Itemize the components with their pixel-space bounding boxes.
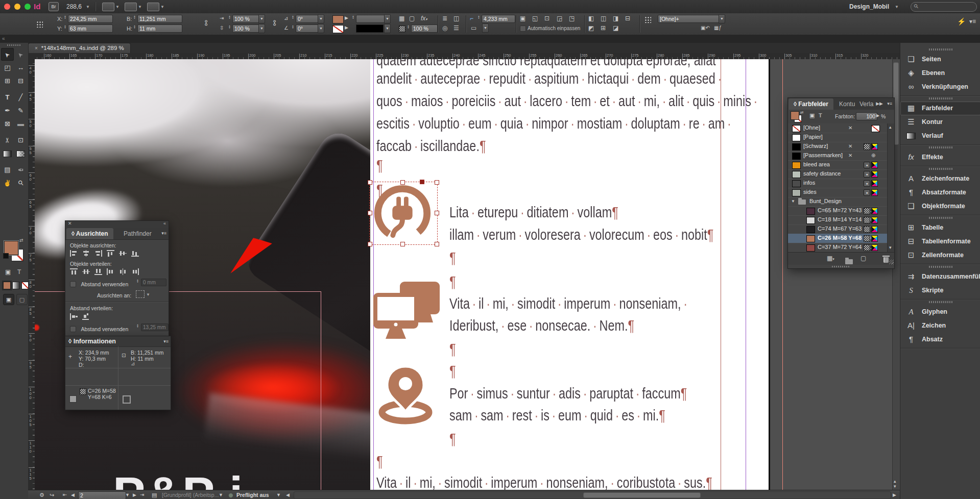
text-line[interactable]: ¶: [449, 430, 456, 448]
page-dropdown-icon[interactable]: ▼: [125, 490, 130, 499]
fit-content-icon[interactable]: ▣: [520, 14, 525, 22]
gradient-swatch-tool[interactable]: [1, 147, 14, 160]
corner-shape-dropdown-icon[interactable]: ▼: [482, 23, 489, 33]
fill-dropdown-icon[interactable]: ▶: [345, 13, 348, 22]
vertical-ruler[interactable]: 404550556065707580859095100105110115: [28, 59, 35, 490]
stepper-icon[interactable]: ▴▾: [291, 24, 295, 32]
use-spacing-checkbox[interactable]: [70, 281, 76, 287]
align-left-icon[interactable]: [70, 250, 78, 257]
fill-color-swatch[interactable]: [332, 15, 344, 23]
swatch-row[interactable]: safety distance●: [788, 169, 887, 179]
first-page-icon[interactable]: ⇤: [63, 490, 67, 499]
scale-y-field-dropdown-icon[interactable]: ▼: [258, 24, 265, 33]
view-options-caret-icon[interactable]: ▼: [115, 5, 119, 9]
apply-gradient-button[interactable]: [12, 282, 20, 289]
swatch-row[interactable]: sides●: [788, 188, 887, 197]
dock-drag-handle[interactable]: [929, 266, 952, 268]
reference-point-proxy[interactable]: [36, 20, 43, 28]
swatches-resize-handle[interactable]: [832, 266, 850, 267]
page-tool[interactable]: ◰: [1, 61, 14, 74]
stepper-icon[interactable]: ▴▾: [228, 24, 231, 32]
dock-item-glyphen[interactable]: AGlyphen: [900, 305, 980, 319]
stepper-icon[interactable]: ▴▾: [133, 15, 136, 22]
fx-icon[interactable]: fx▾: [421, 14, 427, 23]
stroke-dropdown-icon[interactable]: ▶: [345, 23, 348, 32]
rotation-field-dropdown-icon[interactable]: ▼: [318, 14, 324, 23]
spacing-stepper-2[interactable]: ▴▾: [136, 323, 139, 331]
delete-swatch-icon[interactable]: [883, 257, 889, 263]
pen-tool[interactable]: ✒: [1, 104, 14, 117]
swap-fill-stroke-icon[interactable]: ⇄: [19, 238, 23, 243]
swatch-row[interactable]: C=74 M=67 Y=63 K=71: [788, 224, 887, 234]
formatting-affects-text-icon[interactable]: T: [17, 268, 21, 276]
text-line[interactable]: quos · maios · poreiciis · aut · lacero …: [376, 92, 760, 110]
selection-handle[interactable]: [435, 242, 439, 246]
rectangle-tool[interactable]: ▬: [14, 117, 27, 130]
distribute-vcenter-icon[interactable]: [82, 268, 90, 275]
fill-proxy-small[interactable]: [791, 111, 799, 120]
center-content-icon[interactable]: ⊡: [544, 14, 549, 22]
dock-drag-handle[interactable]: [929, 97, 952, 99]
new-color-group-icon[interactable]: ▦▾: [827, 255, 834, 262]
dock-item-tabellenformate[interactable]: ⊟Tabellenformate: [900, 235, 980, 248]
arrange-documents-caret-icon[interactable]: ▼: [160, 5, 164, 9]
quick-apply-icon[interactable]: ⚡: [957, 17, 966, 26]
export-icon[interactable]: ↪: [50, 490, 54, 499]
tab-verlauf[interactable]: Verla: [857, 98, 875, 110]
next-page-icon[interactable]: ▶: [133, 490, 136, 499]
monitors-icon[interactable]: [373, 282, 441, 340]
resize-grip-icon[interactable]: [889, 260, 894, 264]
text-wrap-none-icon[interactable]: ≣: [442, 14, 447, 22]
gradient-feather-tool[interactable]: [14, 147, 27, 160]
distribute-bottom-icon[interactable]: [94, 268, 102, 275]
distribute-vspace-icon[interactable]: [82, 313, 90, 320]
dock-item-seiten[interactable]: ❏Seiten: [900, 53, 980, 66]
align-hcenter-icon[interactable]: [82, 250, 90, 257]
zoom-tool[interactable]: ⚲: [14, 177, 27, 189]
distribute-hspace-icon[interactable]: [70, 313, 78, 320]
align-to-caret-icon[interactable]: ▼: [146, 292, 150, 297]
text-line[interactable]: ¶: [449, 272, 456, 291]
dock-item-zeichenformate[interactable]: AZeichenformate: [900, 172, 980, 186]
info-fill-icon[interactable]: [69, 395, 77, 403]
dock-item-ebenen[interactable]: ◈Ebenen: [900, 66, 980, 80]
distribute-right-icon[interactable]: ◪: [613, 24, 618, 32]
text-wrap-shape-icon[interactable]: ☰: [453, 24, 459, 32]
rotation-field[interactable]: 0°: [296, 15, 320, 23]
dock-drag-handle[interactable]: [929, 48, 952, 51]
tab-pathfinder[interactable]: Pathfinder: [118, 228, 157, 239]
location-pin-icon[interactable]: [374, 363, 437, 426]
stepper-icon[interactable]: ▴▾: [407, 24, 410, 32]
frame-guide-vertical[interactable]: [321, 291, 321, 490]
type-tool[interactable]: T: [1, 91, 14, 104]
swatch-row[interactable]: [Ohne]✕: [788, 123, 887, 133]
folder-expand-icon[interactable]: ▼: [791, 199, 795, 204]
tint-dropdown-icon[interactable]: ▶: [876, 113, 879, 118]
minimize-window-button[interactable]: [14, 4, 20, 10]
dock-item-absatzformate[interactable]: ¶Absatzformate: [900, 186, 980, 199]
text-line[interactable]: ¶: [449, 248, 456, 267]
text-line[interactable]: illam · verum · voloresera · volorecum ·…: [449, 226, 713, 244]
text-line[interactable]: escitis · voluptio · eum · quia · nimpor…: [376, 114, 734, 133]
close-tab-icon[interactable]: ×: [35, 45, 38, 51]
preflight-dropdown-icon[interactable]: ▼: [276, 490, 281, 499]
swatch-row[interactable]: C=18 M=14 Y=14 K=0: [788, 215, 887, 225]
text-line[interactable]: ¶: [449, 340, 456, 358]
swatch-row[interactable]: [Schwarz]✕: [788, 142, 887, 152]
scale-y-field[interactable]: 100 %: [232, 24, 261, 33]
info-stroke-icon[interactable]: [123, 395, 131, 404]
distribute-left-icon[interactable]: ◩: [588, 24, 594, 32]
tools-drag-handle[interactable]: [7, 44, 20, 46]
swatch-scroll-down-icon[interactable]: ▾: [889, 243, 892, 252]
fill-proportional-icon[interactable]: ◳: [569, 14, 575, 22]
zoom-window-button[interactable]: [25, 4, 31, 10]
effects-target-icon[interactable]: ▢: [409, 14, 415, 22]
swatch-row[interactable]: [Papier]: [788, 133, 887, 142]
scale-x-field[interactable]: 100 %: [232, 15, 261, 23]
scroll-right-icon[interactable]: ▶: [893, 490, 896, 499]
page-number-field[interactable]: 2: [78, 491, 126, 499]
info-panel-menu-icon[interactable]: ▾≡: [163, 339, 169, 344]
text-wrap-jump-icon[interactable]: ◎: [442, 24, 447, 32]
dock-item-effekte[interactable]: fxEffekte: [900, 151, 980, 164]
content-placer-tool[interactable]: ⊟: [14, 74, 27, 87]
